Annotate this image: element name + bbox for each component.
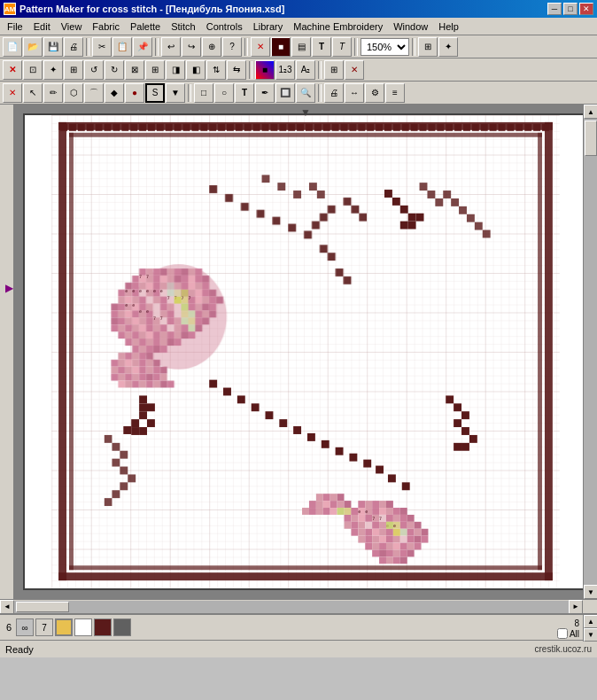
menu-file[interactable]: File	[2, 19, 28, 34]
select-button[interactable]: ⊡	[23, 60, 43, 80]
palette-button[interactable]: ■	[255, 60, 275, 80]
close2-button[interactable]: ✕	[3, 83, 22, 103]
scroll-thumb-h[interactable]	[16, 602, 69, 612]
menu-machine-embroidery[interactable]: Machine Embroidery	[288, 19, 388, 34]
grid2-button[interactable]: ⊞	[324, 60, 344, 80]
x-button[interactable]: ✕	[345, 60, 364, 80]
color-infinity-button[interactable]: ∞	[16, 618, 34, 636]
pen-button[interactable]: ✒	[255, 83, 275, 103]
cross-select-button[interactable]: ⊞	[64, 60, 83, 80]
half2-button[interactable]: ◧	[186, 60, 205, 80]
close-button[interactable]: ✕	[579, 3, 593, 15]
fill-button[interactable]: ■	[271, 37, 291, 57]
cut-button[interactable]: ✂	[92, 37, 112, 57]
zoom-select[interactable]: 150% 50% 75% 100% 200% 300%	[361, 38, 409, 56]
pattern-button[interactable]: ⊠	[125, 60, 144, 80]
menu-help[interactable]: Help	[433, 19, 464, 34]
s-button[interactable]: S	[145, 83, 165, 103]
scroll-down-button[interactable]: ▼	[584, 585, 597, 599]
mirror-h-button[interactable]: ⇆	[227, 60, 246, 80]
svg-rect-101	[182, 276, 189, 283]
maximize-button[interactable]: □	[563, 3, 578, 15]
zoom-in-button[interactable]: 🔍	[296, 83, 315, 103]
number-button[interactable]: 1₂3	[275, 60, 295, 80]
diamond-button[interactable]: ◆	[105, 83, 124, 103]
poly-button[interactable]: ⬡	[64, 83, 83, 103]
layers-button[interactable]: ≡	[385, 83, 405, 103]
symbols-button[interactable]: A₂	[296, 60, 315, 80]
color-number-label: 6	[4, 622, 14, 633]
curve-button[interactable]: ⌒	[84, 83, 104, 103]
canvas-container[interactable]: ▼	[14, 105, 597, 599]
mirror-v-button[interactable]: ⇅	[206, 60, 226, 80]
circle-button[interactable]: ●	[125, 83, 144, 103]
svg-rect-224	[146, 346, 153, 353]
svg-rect-420	[386, 522, 393, 529]
vertical-scrollbar[interactable]: ▲ ▼	[583, 105, 597, 599]
copy-button[interactable]: 📋	[112, 37, 132, 57]
rotate-button[interactable]: ↺	[84, 60, 104, 80]
menu-fabric[interactable]: Fabric	[87, 19, 125, 34]
svg-rect-115	[195, 283, 202, 290]
save-button[interactable]: 💾	[43, 37, 63, 57]
delete-button[interactable]: ✕	[251, 37, 270, 57]
color-gray[interactable]	[113, 618, 131, 636]
menu-view[interactable]: View	[56, 19, 88, 34]
italic-button[interactable]: T	[332, 37, 352, 57]
bold-button[interactable]: T	[312, 37, 331, 57]
half1-button[interactable]: ◨	[166, 60, 185, 80]
print2-button[interactable]: 🖨	[324, 83, 344, 103]
filter-button[interactable]: ⊞	[145, 60, 165, 80]
menu-window[interactable]: Window	[388, 19, 433, 34]
svg-rect-335	[415, 522, 422, 529]
draw-button[interactable]: ✏	[43, 83, 63, 103]
color-scroll-up[interactable]: ▲	[584, 615, 597, 628]
question-button[interactable]: ?	[222, 37, 242, 57]
circle2-button[interactable]: ○	[214, 83, 234, 103]
undo-button[interactable]: ↩	[161, 37, 181, 57]
scroll-up-button[interactable]: ▲	[584, 105, 597, 119]
all-checkbox[interactable]	[557, 628, 568, 639]
minimize-button[interactable]: ─	[547, 3, 562, 15]
menu-palette[interactable]: Palette	[125, 19, 166, 34]
svg-rect-378	[337, 494, 345, 501]
pointer-button[interactable]: ⊕	[202, 37, 221, 57]
new-button[interactable]: 📄	[3, 37, 22, 57]
horizontal-scrollbar[interactable]: ◄ ►	[0, 599, 597, 613]
grid-button[interactable]: ⊞	[418, 37, 438, 57]
color-pencil[interactable]	[55, 618, 73, 636]
print-button[interactable]: 🖨	[64, 37, 83, 57]
svg-rect-265	[237, 395, 245, 403]
all-label: All	[570, 629, 579, 639]
svg-text:7: 7	[372, 516, 375, 521]
menu-stitch[interactable]: Stitch	[166, 19, 201, 34]
svg-rect-284	[131, 427, 139, 435]
s-dropdown[interactable]: ▼	[166, 83, 185, 103]
settings-button[interactable]: ⚙	[365, 83, 384, 103]
color-dark[interactable]	[94, 618, 112, 636]
open-button[interactable]: 📂	[23, 37, 43, 57]
move-button[interactable]: ↔	[345, 83, 364, 103]
paste-button[interactable]: 📌	[133, 37, 152, 57]
rotate2-button[interactable]: ↻	[105, 60, 124, 80]
svg-rect-204	[125, 331, 132, 338]
close-x-button[interactable]: ✕	[3, 60, 22, 80]
rect-button[interactable]: □	[194, 83, 213, 103]
color-scroll-down[interactable]: ▼	[584, 628, 597, 642]
menu-controls[interactable]: Controls	[201, 19, 248, 34]
redo-button[interactable]: ↪	[182, 37, 201, 57]
scroll-right-button[interactable]: ►	[569, 600, 583, 614]
svg-rect-242	[132, 367, 139, 374]
star-button[interactable]: ✦	[438, 37, 458, 57]
menu-edit[interactable]: Edit	[28, 19, 56, 34]
scroll-left-button[interactable]: ◄	[0, 600, 14, 614]
magic-button[interactable]: ✦	[43, 60, 63, 80]
color-white[interactable]	[74, 618, 92, 636]
text-button[interactable]: T	[235, 83, 254, 103]
menu-library[interactable]: Library	[248, 19, 289, 34]
fill2-button[interactable]: 🔲	[275, 83, 295, 103]
svg-rect-257	[132, 381, 139, 388]
scroll-thumb-v[interactable]	[585, 121, 597, 156]
arrow-button[interactable]: ↖	[23, 83, 43, 103]
color1-button[interactable]: ▤	[291, 37, 311, 57]
